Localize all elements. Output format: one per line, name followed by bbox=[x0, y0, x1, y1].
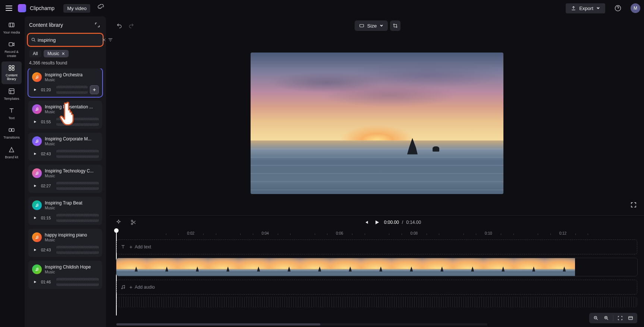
waveform-preview[interactable] bbox=[57, 214, 98, 222]
music-duration: 01:15 bbox=[41, 216, 54, 220]
fullscreen-button[interactable] bbox=[628, 200, 639, 210]
left-nav-rail: Your media Record & create Content libra… bbox=[0, 16, 23, 327]
video-preview-canvas[interactable] bbox=[251, 53, 503, 194]
music-thumb-icon bbox=[32, 264, 42, 274]
svg-point-10 bbox=[32, 38, 34, 41]
add-audio-track[interactable]: + Add audio bbox=[116, 280, 637, 295]
record-icon bbox=[7, 40, 16, 48]
music-thumb-icon bbox=[32, 104, 42, 114]
video-frame-thumb bbox=[361, 258, 392, 276]
music-title: Inspiring Presentation ... bbox=[45, 104, 93, 109]
timeline-scrollbar[interactable] bbox=[116, 323, 487, 326]
ruler-label: 0:10 bbox=[485, 231, 492, 235]
music-subtitle: Music bbox=[45, 142, 91, 146]
ruler-label: 0:12 bbox=[559, 231, 566, 235]
video-frame-thumb bbox=[483, 258, 514, 276]
chip-music[interactable]: Music ✕ bbox=[44, 50, 68, 57]
timeline-scrollbar-thumb[interactable] bbox=[116, 323, 320, 326]
music-duration: 02:43 bbox=[41, 248, 54, 252]
video-frame-thumb bbox=[330, 258, 361, 276]
export-button[interactable]: Export bbox=[566, 3, 605, 13]
skip-back-button[interactable] bbox=[362, 219, 370, 226]
preview-play-button[interactable] bbox=[32, 87, 38, 93]
waveform-preview[interactable] bbox=[57, 118, 98, 126]
music-subtitle: Music bbox=[45, 174, 94, 178]
panel-expand-button[interactable] bbox=[93, 21, 101, 29]
music-result-card[interactable]: Inspiring Corporate M...Music02:43 bbox=[28, 133, 102, 161]
rail-record-create[interactable]: Record & create bbox=[1, 38, 22, 61]
chip-remove-icon[interactable]: ✕ bbox=[62, 51, 65, 56]
size-dropdown[interactable]: Size bbox=[355, 20, 388, 31]
video-frame-thumb bbox=[453, 258, 483, 276]
timeline-view-button[interactable] bbox=[627, 314, 634, 322]
music-duration: 01:46 bbox=[41, 280, 54, 284]
preview-play-button[interactable] bbox=[32, 279, 38, 285]
waveform-preview[interactable] bbox=[57, 150, 98, 158]
music-result-card[interactable]: Inspiring Technology C...Music02:27 bbox=[28, 165, 102, 193]
video-frame-thumb bbox=[178, 258, 208, 276]
play-button[interactable] bbox=[373, 218, 381, 226]
crop-button[interactable] bbox=[390, 20, 400, 31]
results-list: Inspiring OrchestraMusic01:20Inspiring P… bbox=[25, 69, 106, 327]
menu-button[interactable] bbox=[4, 3, 14, 13]
video-frame-thumb bbox=[208, 258, 239, 276]
waveform-preview[interactable] bbox=[57, 246, 98, 254]
preview-play-button[interactable] bbox=[32, 247, 38, 253]
music-result-card[interactable]: Inspiring Presentation ...Music01:55 bbox=[28, 101, 102, 129]
waveform-preview[interactable] bbox=[57, 86, 87, 94]
media-icon bbox=[7, 21, 16, 29]
panel-title: Content library bbox=[29, 22, 63, 28]
music-duration: 02:43 bbox=[41, 152, 54, 156]
music-result-card[interactable]: happy inspiring pianoMusic02:43 bbox=[28, 229, 102, 257]
undo-button[interactable] bbox=[114, 20, 125, 31]
brand-kit-icon bbox=[7, 146, 16, 154]
chip-all[interactable]: All bbox=[29, 50, 41, 57]
rail-transitions[interactable]: Transitions bbox=[1, 124, 22, 142]
video-frame-thumb bbox=[116, 258, 147, 276]
preview-play-button[interactable] bbox=[32, 215, 38, 221]
content-panel: Content library All Musi bbox=[25, 16, 106, 327]
music-thumb-icon bbox=[32, 136, 42, 146]
music-result-card[interactable]: Inspiring Trap BeatMusic01:15 bbox=[28, 197, 102, 225]
results-count: 4,366 results found bbox=[25, 60, 106, 69]
auto-enhance-button[interactable] bbox=[113, 217, 124, 228]
music-title: Inspiring Trap Beat bbox=[45, 200, 82, 206]
music-result-card[interactable]: Inspiring Childish HopeMusic01:46 bbox=[28, 261, 102, 289]
rail-brand-kit[interactable]: Brand kit bbox=[1, 143, 22, 162]
timeline-ruler[interactable]: 0:020:040:060:080:100:12 bbox=[116, 231, 637, 238]
zoom-controls bbox=[589, 313, 637, 323]
music-thumb-icon bbox=[32, 72, 42, 82]
split-button bbox=[128, 217, 139, 228]
svg-rect-9 bbox=[12, 129, 14, 132]
preview-play-button[interactable] bbox=[32, 119, 38, 125]
rail-content-library[interactable]: Content library bbox=[1, 61, 22, 84]
add-text-track[interactable]: + Add text bbox=[116, 239, 637, 254]
time-current: 0:00.00 bbox=[384, 220, 399, 225]
fit-timeline-button[interactable] bbox=[616, 314, 624, 322]
sync-status-icon bbox=[98, 4, 104, 12]
zoom-out-button[interactable] bbox=[592, 314, 600, 322]
music-title: Inspiring Technology C... bbox=[45, 168, 94, 174]
video-track-clip[interactable] bbox=[116, 258, 637, 276]
preview-play-button[interactable] bbox=[32, 183, 38, 189]
zoom-in-button[interactable] bbox=[603, 314, 610, 322]
rail-templates[interactable]: Templates bbox=[1, 85, 22, 104]
help-button[interactable] bbox=[613, 3, 623, 13]
rail-text[interactable]: Text bbox=[1, 104, 22, 123]
waveform-preview[interactable] bbox=[57, 182, 98, 190]
project-title[interactable]: My video bbox=[63, 4, 90, 13]
svg-rect-5 bbox=[9, 69, 11, 70]
add-to-timeline-button[interactable] bbox=[90, 86, 98, 94]
templates-icon bbox=[7, 87, 16, 95]
music-duration: 01:55 bbox=[41, 120, 54, 124]
search-input[interactable] bbox=[38, 37, 100, 43]
clear-search-button[interactable] bbox=[102, 36, 106, 44]
music-result-card[interactable]: Inspiring OrchestraMusic01:20 bbox=[28, 69, 102, 97]
rail-your-media[interactable]: Your media bbox=[1, 19, 22, 37]
waveform-preview[interactable] bbox=[57, 278, 98, 286]
preview-play-button[interactable] bbox=[32, 151, 38, 157]
user-avatar[interactable]: M bbox=[631, 3, 640, 13]
video-frame-thumb bbox=[392, 258, 422, 276]
music-duration: 01:20 bbox=[41, 88, 54, 92]
search-icon bbox=[31, 37, 36, 43]
